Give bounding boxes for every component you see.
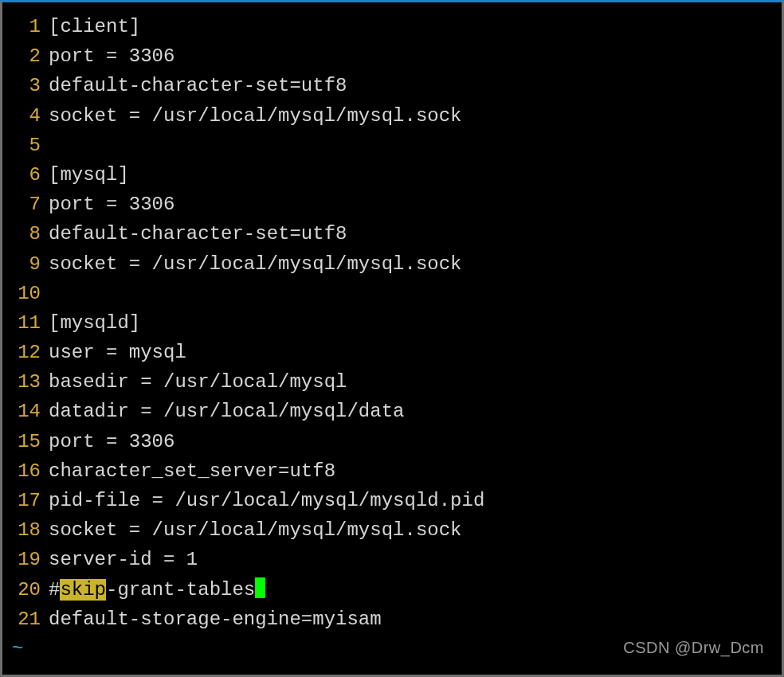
line-number: 6 xyxy=(2,160,49,190)
line-number: 7 xyxy=(2,190,49,219)
line-number: 10 xyxy=(2,279,49,308)
line-number: 2 xyxy=(2,41,49,71)
code-seg-pre: # xyxy=(49,579,60,601)
code-line: 1 [client] xyxy=(2,12,782,41)
code-text: port = 3306 xyxy=(49,41,174,71)
code-line: 12 user = mysql xyxy=(2,338,782,367)
code-line: 4 socket = /usr/local/mysql/mysql.sock xyxy=(2,101,782,131)
line-number: 11 xyxy=(2,308,49,338)
code-text: default-storage-engine=myisam xyxy=(49,605,382,634)
code-text: #skip-grant-tables xyxy=(49,575,265,605)
line-number: 9 xyxy=(2,249,49,279)
code-line: 9 socket = /usr/local/mysql/mysql.sock xyxy=(2,249,782,279)
code-line-active: 20 #skip-grant-tables xyxy=(2,575,782,605)
code-text: [client] xyxy=(49,12,140,41)
line-number: 20 xyxy=(2,575,49,605)
code-line: 18 socket = /usr/local/mysql/mysql.sock xyxy=(2,515,782,545)
code-line: 16 character_set_server=utf8 xyxy=(2,456,782,486)
watermark-text: CSDN @Drw_Dcm xyxy=(623,639,764,657)
code-text: socket = /usr/local/mysql/mysql.sock xyxy=(49,515,461,545)
line-number: 4 xyxy=(2,101,49,131)
code-text: [mysql] xyxy=(49,160,129,190)
code-line: 11 [mysqld] xyxy=(2,308,782,338)
code-line: 17 pid-file = /usr/local/mysql/mysqld.pi… xyxy=(2,486,782,515)
code-line: 5 xyxy=(2,131,782,160)
line-number: 16 xyxy=(2,456,49,486)
code-line: 7 port = 3306 xyxy=(2,190,782,219)
line-number: 8 xyxy=(2,219,49,248)
code-line: 3 default-character-set=utf8 xyxy=(2,71,782,100)
line-number: 15 xyxy=(2,427,49,456)
code-text: default-character-set=utf8 xyxy=(49,71,347,100)
code-text: user = mysql xyxy=(49,338,186,367)
line-number: 17 xyxy=(2,486,49,515)
line-number: 21 xyxy=(2,605,49,634)
line-number: 3 xyxy=(2,71,49,100)
line-number: 18 xyxy=(2,515,49,545)
code-seg-post: -grant-tables xyxy=(106,579,255,601)
code-text: datadir = /usr/local/mysql/data xyxy=(49,397,404,426)
code-line: 8 default-character-set=utf8 xyxy=(2,219,782,248)
cursor-block xyxy=(255,577,265,598)
editor-window: 1 [client] 2 port = 3306 3 default-chara… xyxy=(0,0,784,677)
code-line: 15 port = 3306 xyxy=(2,427,782,456)
code-line: 21 default-storage-engine=myisam xyxy=(2,605,782,634)
code-line: 14 datadir = /usr/local/mysql/data xyxy=(2,397,782,426)
code-text: basedir = /usr/local/mysql xyxy=(49,367,347,397)
code-editor[interactable]: 1 [client] 2 port = 3306 3 default-chara… xyxy=(2,6,782,663)
code-line: 10 xyxy=(2,279,782,308)
code-text: port = 3306 xyxy=(49,190,174,219)
line-number: 14 xyxy=(2,397,49,426)
line-number: 19 xyxy=(2,545,49,574)
search-highlight: skip xyxy=(60,579,106,601)
line-number: 12 xyxy=(2,338,49,367)
code-text: server-id = 1 xyxy=(49,545,198,574)
code-line: 6 [mysql] xyxy=(2,160,782,190)
line-number: 13 xyxy=(2,367,49,397)
window-top-border xyxy=(2,2,782,6)
code-line: 13 basedir = /usr/local/mysql xyxy=(2,367,782,397)
code-line: 19 server-id = 1 xyxy=(2,545,782,574)
code-text: port = 3306 xyxy=(49,427,174,456)
code-text: [mysqld] xyxy=(49,308,140,338)
code-text: pid-file = /usr/local/mysql/mysqld.pid xyxy=(49,486,484,515)
line-number: 1 xyxy=(2,12,49,41)
code-text: character_set_server=utf8 xyxy=(49,456,335,486)
code-text: socket = /usr/local/mysql/mysql.sock xyxy=(49,249,461,279)
line-number: 5 xyxy=(2,131,49,160)
code-text: socket = /usr/local/mysql/mysql.sock xyxy=(49,101,461,131)
code-line: 2 port = 3306 xyxy=(2,41,782,71)
code-text: default-character-set=utf8 xyxy=(49,219,347,248)
